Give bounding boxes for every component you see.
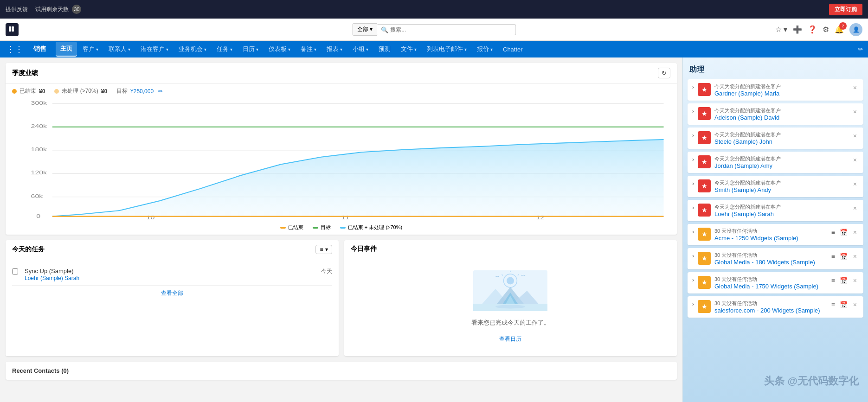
- menu-item-dashboard[interactable]: 仪表板 ▾: [264, 42, 295, 56]
- menu-item-contacts[interactable]: 联系人 ▾: [104, 42, 135, 56]
- assistant-chevron-9[interactable]: ›: [692, 301, 694, 307]
- assist-label-5: 今天为您分配的新建潜在客户: [714, 204, 848, 211]
- tasks-events-row: 今天的任务 ≡ ▾ Sync Up (Sample) Loehr (Sample…: [6, 240, 677, 356]
- assist-name-1[interactable]: Adelson (Sample) David: [714, 114, 779, 121]
- user-avatar[interactable]: 👤: [849, 23, 862, 36]
- legend-open-dot: [340, 227, 346, 229]
- menu-item-reports[interactable]: 报表 ▾: [322, 42, 347, 56]
- assist-name-8[interactable]: Global Media - 1750 Widgets (Sample): [714, 283, 818, 290]
- assist-list-btn-7[interactable]: ≡: [830, 252, 836, 261]
- assist-close-btn-9[interactable]: ×: [851, 300, 859, 309]
- search-scope-all[interactable]: 全部 ▾: [352, 23, 377, 36]
- view-calendar-link[interactable]: 查看日历: [495, 332, 525, 347]
- menu-item-opportunities[interactable]: 业务机会 ▾: [174, 42, 211, 56]
- assistant-chevron-0[interactable]: ›: [692, 84, 694, 90]
- menu-item-tasks[interactable]: 任务 ▾: [212, 42, 237, 56]
- assist-name-6[interactable]: Acme - 1250 Widgets (Sample): [714, 235, 798, 242]
- menu-item-groups[interactable]: 小组 ▾: [348, 42, 373, 56]
- menu-item-calendar[interactable]: 日历 ▾: [238, 42, 263, 56]
- assist-cal-btn-7[interactable]: 📅: [839, 252, 849, 261]
- assistant-item: › ★ 30 天没有任何活动 Acme - 1250 Widgets (Samp…: [688, 224, 863, 245]
- menu-item-chatter[interactable]: Chatter: [498, 43, 527, 56]
- menu-item-files[interactable]: 文件 ▾: [396, 42, 421, 56]
- assistant-panel: 助理 › ★ 今天为您分配的新建潜在客户 Gardner (Sample) Ma…: [682, 57, 868, 402]
- task-checkbox[interactable]: [12, 268, 18, 274]
- recent-contacts-card: Recent Contacts (0): [6, 362, 677, 380]
- assist-close-btn-2[interactable]: ×: [851, 131, 859, 140]
- assist-actions-1: ×: [851, 107, 859, 116]
- edit-menu-icon[interactable]: ✏: [858, 45, 863, 53]
- assistant-chevron-7[interactable]: ›: [692, 253, 694, 259]
- assistant-chevron-2[interactable]: ›: [692, 132, 694, 139]
- assist-label-1: 今天为您分配的新建潜在客户: [714, 107, 848, 114]
- task-link[interactable]: Loehr (Sample) Sarah: [25, 275, 79, 281]
- task-filter-button[interactable]: ≡ ▾: [315, 245, 332, 254]
- help-icon[interactable]: ❓: [808, 25, 817, 34]
- menu-item-leads[interactable]: 潜在客户 ▾: [136, 42, 173, 56]
- assist-name-7[interactable]: Global Media - 180 Widgets (Sample): [714, 259, 815, 266]
- feedback-link[interactable]: 提供反馈: [6, 6, 28, 13]
- assist-cal-btn-9[interactable]: 📅: [839, 300, 849, 309]
- assist-list-btn-6[interactable]: ≡: [830, 228, 836, 237]
- assistant-chevron-4[interactable]: ›: [692, 180, 694, 187]
- assistant-chevron-3[interactable]: ›: [692, 156, 694, 163]
- assist-name-0[interactable]: Gardner (Sample) Maria: [714, 90, 779, 97]
- subscribe-button[interactable]: 立即订购: [829, 4, 862, 15]
- assistant-item: › ★ 今天为您分配的新建潜在客户 Smith (Sample) Andy ×: [688, 176, 863, 197]
- grid-menu-icon[interactable]: ⋮⋮: [5, 42, 25, 56]
- menu-item-forecast[interactable]: 预测: [374, 42, 395, 56]
- assist-close-btn-1[interactable]: ×: [851, 107, 859, 116]
- assist-close-btn-7[interactable]: ×: [851, 252, 859, 261]
- assistant-chevron-5[interactable]: ›: [692, 204, 694, 211]
- assist-name-2[interactable]: Steele (Sample) John: [714, 138, 772, 145]
- trial-label: 试用剩余天数 30: [35, 5, 81, 14]
- notifications-icon[interactable]: 🔔 2: [835, 25, 844, 34]
- assist-icon-2: ★: [698, 131, 711, 144]
- refresh-button[interactable]: ↻: [658, 68, 670, 78]
- assistant-chevron-8[interactable]: ›: [692, 277, 694, 283]
- topbar-left: 提供反馈 试用剩余天数 30: [6, 5, 81, 14]
- assist-name-4[interactable]: Smith (Sample) Andy: [714, 186, 771, 193]
- open-stat: 未处理 (>70%) ¥0: [54, 87, 107, 95]
- assist-close-btn-4[interactable]: ×: [851, 179, 859, 189]
- assistant-chevron-1[interactable]: ›: [692, 108, 694, 115]
- assist-name-3[interactable]: Jordan (Sample) Amy: [714, 162, 772, 169]
- assist-cal-btn-8[interactable]: 📅: [839, 276, 849, 285]
- assistant-item: › ★ 今天为您分配的新建潜在客户 Adelson (Sample) David…: [688, 103, 863, 125]
- settings-icon[interactable]: ⚙: [823, 25, 829, 34]
- add-icon[interactable]: ➕: [793, 25, 802, 34]
- assist-name-9[interactable]: salesforce.com - 200 Widgets (Sample): [714, 307, 820, 314]
- menu-item-quotes[interactable]: 报价 ▾: [472, 42, 497, 56]
- favorites-icon[interactable]: ☆ ▾: [775, 25, 787, 34]
- assist-cal-btn-6[interactable]: 📅: [839, 228, 849, 237]
- assist-close-btn-5[interactable]: ×: [851, 204, 859, 213]
- assist-close-btn-3[interactable]: ×: [851, 155, 859, 165]
- performance-stats: 已结束 ¥0 未处理 (>70%) ¥0 目标 ¥250,000 ✏: [6, 83, 677, 97]
- menubar: ⋮⋮ 销售 主页 客户 ▾ 联系人 ▾ 潜在客户 ▾ 业务机会 ▾ 任务 ▾ 日…: [0, 41, 868, 57]
- legend-closed-dot: [280, 227, 286, 229]
- menu-item-home[interactable]: 主页: [56, 42, 77, 57]
- assist-name-5[interactable]: Loehr (Sample) Sarah: [714, 211, 774, 217]
- target-edit-icon[interactable]: ✏: [158, 88, 163, 95]
- menu-item-notes[interactable]: 备注 ▾: [296, 42, 321, 56]
- assistant-chevron-6[interactable]: ›: [692, 229, 694, 235]
- target-stat: 目标 ¥250,000 ✏: [116, 87, 163, 95]
- svg-text:0: 0: [36, 213, 40, 219]
- svg-point-23: [507, 277, 514, 284]
- task-name: Sync Up (Sample): [25, 268, 79, 274]
- menu-item-list-email[interactable]: 列表电子邮件 ▾: [422, 42, 471, 56]
- assist-close-btn-6[interactable]: ×: [851, 228, 859, 237]
- assist-list-btn-9[interactable]: ≡: [830, 300, 836, 309]
- app-launcher-icon[interactable]: [6, 23, 19, 36]
- svg-point-33: [495, 305, 525, 308]
- svg-rect-3: [12, 29, 14, 32]
- open-dot: [54, 89, 59, 94]
- task-date: 今天: [321, 268, 332, 275]
- assist-close-btn-8[interactable]: ×: [851, 276, 859, 285]
- assist-list-btn-8[interactable]: ≡: [830, 276, 836, 285]
- view-all-tasks-link[interactable]: 查看全部: [12, 286, 332, 301]
- menu-item-customers[interactable]: 客户 ▾: [78, 42, 103, 56]
- search-input[interactable]: [377, 24, 516, 35]
- assist-actions-0: ×: [851, 83, 859, 92]
- assist-close-btn-0[interactable]: ×: [851, 83, 859, 92]
